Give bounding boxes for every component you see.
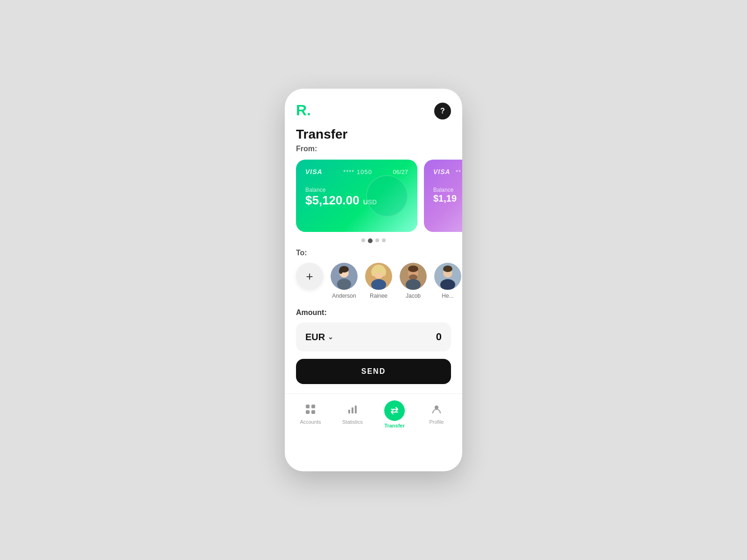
svg-point-14 <box>408 266 418 272</box>
svg-rect-20 <box>306 405 310 408</box>
page-title: Transfer <box>285 127 462 145</box>
recipients-row: + Anderson <box>285 263 462 307</box>
card-balance-label-2: Balance <box>433 187 461 193</box>
dot-2-active <box>368 238 373 243</box>
svg-rect-21 <box>311 405 315 408</box>
svg-point-18 <box>443 266 452 272</box>
to-label: To: <box>285 247 462 263</box>
profile-icon <box>431 404 442 417</box>
card-purple[interactable]: VISA ** Balance $1,19 <box>424 160 462 232</box>
accounts-label: Accounts <box>300 419 321 425</box>
amount-label: Amount: <box>296 308 451 317</box>
nav-accounts[interactable]: Accounts <box>289 404 331 425</box>
card-number-1: **** 1050 <box>343 168 372 175</box>
header: R. ? <box>285 89 462 127</box>
svg-point-9 <box>381 268 386 276</box>
dot-1 <box>361 238 365 242</box>
card-expiry-1: 06/27 <box>393 168 408 175</box>
svg-point-3 <box>339 268 343 274</box>
card-green[interactable]: VISA **** 1050 06/27 Balance $5,120.00 U… <box>296 160 417 232</box>
nav-transfer[interactable]: Transfer <box>374 400 416 428</box>
avatar-he <box>434 263 461 290</box>
recipient-anderson[interactable]: Anderson <box>331 263 358 299</box>
dot-3 <box>375 238 379 242</box>
carousel-dots <box>285 232 462 247</box>
recipient-rainee[interactable]: Rainee <box>365 263 392 299</box>
statistics-icon <box>347 404 358 417</box>
card-brand-2: VISA <box>433 168 451 175</box>
dot-4 <box>382 238 386 242</box>
amount-section: Amount: EUR ⌄ 0 <box>285 307 462 359</box>
svg-point-8 <box>371 268 376 276</box>
jacob-name: Jacob <box>406 293 421 299</box>
recipient-jacob[interactable]: Jacob <box>400 263 427 299</box>
amount-value[interactable]: 0 <box>436 331 442 343</box>
svg-rect-23 <box>311 410 315 414</box>
amount-input-row[interactable]: EUR ⌄ 0 <box>296 322 451 351</box>
avatar-rainee <box>365 263 392 290</box>
svg-point-10 <box>371 279 386 290</box>
cards-carousel[interactable]: VISA **** 1050 06/27 Balance $5,120.00 U… <box>285 160 462 232</box>
profile-label: Profile <box>429 419 444 425</box>
currency-value: EUR <box>305 332 325 343</box>
he-name: He... <box>442 293 453 299</box>
transfer-label: Transfer <box>384 423 404 428</box>
from-label: From: <box>285 145 462 160</box>
transfer-icon <box>384 400 405 421</box>
chevron-down-icon: ⌄ <box>328 333 333 341</box>
card-balance-amount-2: $1,19 <box>433 193 461 204</box>
phone-container: R. ? Transfer From: VISA **** 1050 06/27… <box>285 89 462 471</box>
svg-rect-26 <box>355 406 357 413</box>
svg-point-19 <box>440 279 455 290</box>
currency-selector[interactable]: EUR ⌄ <box>305 332 333 343</box>
card-brand-1: VISA <box>305 168 323 175</box>
avatar-he-svg <box>434 263 461 290</box>
statistics-label: Statistics <box>342 419 363 425</box>
svg-rect-22 <box>306 410 310 414</box>
add-recipient: + <box>296 263 323 290</box>
card-balance-amount-1: $5,120.00 <box>305 193 359 208</box>
svg-rect-24 <box>348 410 350 413</box>
anderson-name: Anderson <box>332 293 356 299</box>
avatar-anderson <box>331 263 358 290</box>
help-button[interactable]: ? <box>434 103 451 119</box>
card-top-row-2: VISA ** <box>433 168 461 175</box>
svg-point-4 <box>337 279 351 290</box>
add-recipient-button[interactable]: + <box>296 263 323 290</box>
svg-rect-25 <box>352 407 353 413</box>
card-top-row: VISA **** 1050 06/27 <box>305 168 408 175</box>
send-button[interactable]: SEND <box>296 359 451 384</box>
avatar-rainee-svg <box>365 263 392 290</box>
card-circle-decoration <box>366 175 408 217</box>
avatar-jacob <box>400 263 427 290</box>
svg-point-27 <box>435 406 438 409</box>
app-logo: R. <box>296 103 311 118</box>
avatar-jacob-svg <box>400 263 427 290</box>
nav-profile[interactable]: Profile <box>416 404 458 425</box>
recipient-he[interactable]: He... <box>434 263 461 299</box>
avatar-anderson-svg <box>331 263 358 290</box>
nav-statistics[interactable]: Statistics <box>331 404 374 425</box>
bottom-nav: Accounts Statistics <box>285 393 462 438</box>
accounts-icon <box>305 404 316 417</box>
rainee-name: Rainee <box>370 293 388 299</box>
card-number-2: ** <box>456 168 461 175</box>
svg-point-15 <box>406 279 421 290</box>
app-content: R. ? Transfer From: VISA **** 1050 06/27… <box>285 89 462 471</box>
